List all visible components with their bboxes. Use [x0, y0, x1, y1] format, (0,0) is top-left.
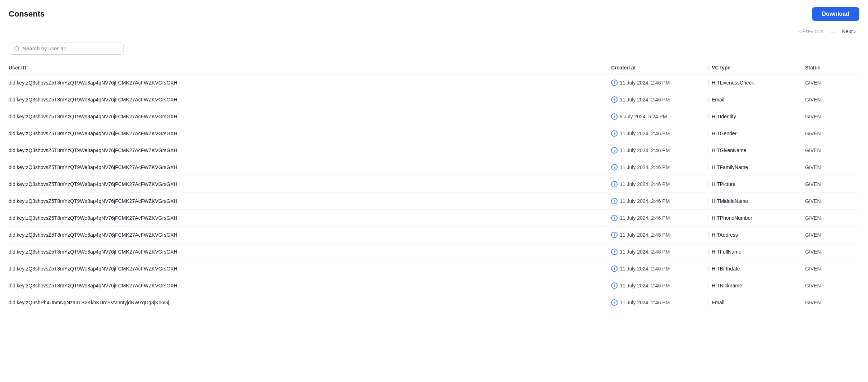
info-icon: i — [611, 79, 618, 86]
cell-status: GIVEN — [802, 266, 859, 272]
table-row: did:key:zQ3shbvsZ5T8mYzQT9We8ap4qNV76jFC… — [9, 108, 859, 125]
search-bar — [9, 42, 124, 55]
cell-vc-type: Email — [708, 300, 802, 305]
cell-user-id: did:key:zQ3shbvsZ5T8mYzQT9We8ap4qNV76jFC… — [9, 181, 608, 187]
search-input[interactable] — [23, 45, 118, 51]
info-icon: i — [611, 215, 618, 221]
cell-vc-type: Email — [708, 97, 802, 103]
cell-user-id: did:key:zQ3shbvsZ5T8mYzQT9We8ap4qNV76jFC… — [9, 131, 608, 136]
cell-vc-type: HITIdentity — [708, 114, 802, 119]
table-row: did:key:zQ3shbvsZ5T8mYzQT9We8ap4qNV76jFC… — [9, 210, 859, 227]
cell-user-id: did:key:zQ3shbvsZ5T8mYzQT9We8ap4qNV76jFC… — [9, 164, 608, 170]
table-row: did:key:zQ3shbvsZ5T8mYzQT9We8ap4qNV76jFC… — [9, 74, 859, 91]
cell-user-id: did:key:zQ3shbvsZ5T8mYzQT9We8ap4qNV76jFC… — [9, 147, 608, 153]
cell-user-id: did:key:zQ3shbvsZ5T8mYzQT9We8ap4qNV76jFC… — [9, 249, 608, 255]
table-row: did:key:zQ3shbvsZ5T8mYzQT9We8ap4qNV76jFC… — [9, 244, 859, 260]
cell-status: GIVEN — [802, 232, 859, 238]
table-row: did:key:zQ3shbvsZ5T8mYzQT9We8ap4qNV76jFC… — [9, 142, 859, 159]
svg-line-1 — [18, 50, 19, 51]
cell-vc-type: HITAddress — [708, 232, 802, 238]
cell-created-at: i 11 July 2024, 2:46 PM — [608, 181, 708, 187]
info-icon: i — [611, 130, 618, 137]
cell-created-at: i 11 July 2024, 2:46 PM — [608, 265, 708, 272]
info-icon: i — [611, 282, 618, 289]
cell-vc-type: HITBirthdate — [708, 266, 802, 272]
cell-created-at: i 11 July 2024, 2:46 PM — [608, 130, 708, 137]
cell-created-at: i 11 July 2024, 2:46 PM — [608, 282, 708, 289]
cell-status: GIVEN — [802, 80, 859, 86]
pagination-divider: ... — [830, 27, 835, 35]
table-row: did:key:zQ3shbvsZ5T8mYzQT9We8ap4qNV76jFC… — [9, 260, 859, 277]
info-icon: i — [611, 147, 618, 154]
cell-created-at: i 11 July 2024, 2:46 PM — [608, 147, 708, 154]
chevron-right-icon: › — [854, 28, 856, 34]
table-row: did:key:zQ3shbvsZ5T8mYzQT9We8ap4qNV76jFC… — [9, 91, 859, 108]
table-row: did:key:zQ3shbvsZ5T8mYzQT9We8ap4qNV76jFC… — [9, 159, 859, 176]
cell-status: GIVEN — [802, 181, 859, 187]
info-icon: i — [611, 198, 618, 204]
cell-user-id: did:key:zQ3shPh4UnmNgNza3TB2KkhKDrcEVVnn… — [9, 300, 608, 305]
cell-status: GIVEN — [802, 147, 859, 153]
cell-status: GIVEN — [802, 164, 859, 170]
cell-created-at: i 11 July 2024, 2:46 PM — [608, 232, 708, 238]
table-row: did:key:zQ3shbvsZ5T8mYzQT9We8ap4qNV76jFC… — [9, 193, 859, 210]
col-header-user-id: User ID — [9, 65, 608, 71]
pagination-row: ‹ Previous ... Next › — [9, 26, 859, 36]
info-icon: i — [611, 299, 618, 306]
info-icon: i — [611, 96, 618, 103]
next-label: Next — [841, 28, 853, 34]
cell-status: GIVEN — [802, 215, 859, 221]
info-icon: i — [611, 265, 618, 272]
info-icon: i — [611, 113, 618, 120]
cell-vc-type: HITFullName — [708, 249, 802, 255]
cell-vc-type: HITGivenName — [708, 147, 802, 153]
cell-vc-type: HITPhoneNumber — [708, 215, 802, 221]
cell-created-at: i 11 July 2024, 2:46 PM — [608, 198, 708, 204]
cell-created-at: i 11 July 2024, 2:46 PM — [608, 215, 708, 221]
cell-vc-type: HITMiddleName — [708, 198, 802, 204]
download-button[interactable]: Download — [812, 7, 859, 21]
cell-status: GIVEN — [802, 131, 859, 136]
cell-user-id: did:key:zQ3shbvsZ5T8mYzQT9We8ap4qNV76jFC… — [9, 232, 608, 238]
table-row: did:key:zQ3shbvsZ5T8mYzQT9We8ap4qNV76jFC… — [9, 277, 859, 294]
cell-status: GIVEN — [802, 249, 859, 255]
cell-user-id: did:key:zQ3shbvsZ5T8mYzQT9We8ap4qNV76jFC… — [9, 215, 608, 221]
cell-user-id: did:key:zQ3shbvsZ5T8mYzQT9We8ap4qNV76jFC… — [9, 114, 608, 119]
cell-status: GIVEN — [802, 114, 859, 119]
page-title: Consents — [9, 9, 45, 19]
cell-created-at: i 11 July 2024, 2:46 PM — [608, 249, 708, 255]
cell-user-id: did:key:zQ3shbvsZ5T8mYzQT9We8ap4qNV76jFC… — [9, 266, 608, 272]
previous-label: Previous — [802, 28, 823, 34]
table-header: User ID Created at VC type Status — [9, 62, 859, 74]
info-icon: i — [611, 232, 618, 238]
cell-status: GIVEN — [802, 300, 859, 305]
cell-status: GIVEN — [802, 283, 859, 288]
col-header-vc-type: VC type — [708, 65, 802, 71]
info-icon: i — [611, 164, 618, 170]
search-icon — [14, 46, 20, 51]
cell-created-at: i 11 July 2024, 2:46 PM — [608, 299, 708, 306]
next-button[interactable]: Next › — [838, 26, 859, 36]
cell-user-id: did:key:zQ3shbvsZ5T8mYzQT9We8ap4qNV76jFC… — [9, 283, 608, 288]
previous-button[interactable]: ‹ Previous — [795, 26, 827, 36]
table: User ID Created at VC type Status did:ke… — [9, 62, 859, 311]
cell-created-at: i 9 July 2024, 5:24 PM — [608, 113, 708, 120]
col-header-created-at: Created at — [608, 65, 708, 71]
cell-vc-type: HITGender — [708, 131, 802, 136]
table-row: did:key:zQ3shPh4UnmNgNza3TB2KkhKDrcEVVnn… — [9, 294, 859, 311]
cell-status: GIVEN — [802, 97, 859, 103]
cell-status: GIVEN — [802, 198, 859, 204]
table-row: did:key:zQ3shbvsZ5T8mYzQT9We8ap4qNV76jFC… — [9, 176, 859, 193]
cell-vc-type: HITFamilyName — [708, 164, 802, 170]
cell-vc-type: HITPicture — [708, 181, 802, 187]
info-icon: i — [611, 249, 618, 255]
cell-vc-type: HITLivenessCheck — [708, 80, 802, 86]
table-body: did:key:zQ3shbvsZ5T8mYzQT9We8ap4qNV76jFC… — [9, 74, 859, 311]
cell-created-at: i 11 July 2024, 2:46 PM — [608, 164, 708, 170]
info-icon: i — [611, 181, 618, 187]
chevron-left-icon: ‹ — [799, 28, 801, 34]
table-row: did:key:zQ3shbvsZ5T8mYzQT9We8ap4qNV76jFC… — [9, 125, 859, 142]
cell-user-id: did:key:zQ3shbvsZ5T8mYzQT9We8ap4qNV76jFC… — [9, 198, 608, 204]
cell-created-at: i 11 July 2024, 2:46 PM — [608, 79, 708, 86]
cell-user-id: did:key:zQ3shbvsZ5T8mYzQT9We8ap4qNV76jFC… — [9, 97, 608, 103]
